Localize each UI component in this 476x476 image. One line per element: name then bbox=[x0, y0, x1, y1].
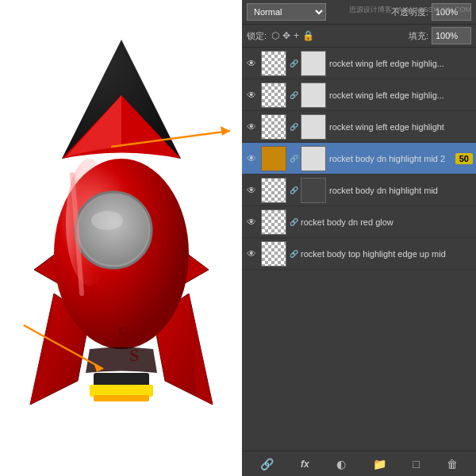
fill-row: 填充: bbox=[409, 27, 471, 44]
layer-row[interactable]: 👁🔗rocket wing left edge highlig... bbox=[242, 48, 476, 79]
layer-mask-thumbnail bbox=[301, 146, 326, 171]
blend-mode-select[interactable]: NormalDissolveMultiplyScreenOverlaySoft … bbox=[247, 3, 326, 21]
chain-icon: 🔗 bbox=[290, 60, 298, 67]
lock-icons: ⬡ ✥ + 🔒 bbox=[271, 30, 314, 41]
layer-name: rocket body dn highlight mid 2 bbox=[329, 154, 452, 163]
lock-lock-icon[interactable]: 🔒 bbox=[302, 30, 314, 41]
chain-icon: 🔗 bbox=[290, 91, 298, 99]
eye-icon[interactable]: 👁 bbox=[245, 121, 258, 132]
layer-mask-thumbnail bbox=[301, 178, 326, 203]
lock-pixel-icon[interactable]: ⬡ bbox=[271, 30, 279, 41]
layer-name: rocket wing left edge highlight bbox=[329, 122, 473, 132]
layer-mask-thumbnail bbox=[301, 51, 326, 76]
eye-icon[interactable]: 👁 bbox=[245, 185, 258, 196]
layer-thumbnail bbox=[261, 51, 286, 76]
chain-icon: 🔗 bbox=[290, 218, 298, 226]
eye-icon[interactable]: 👁 bbox=[245, 90, 258, 101]
layer-name: rocket body dn highlight mid bbox=[329, 186, 473, 195]
chain-icon: 🔗 bbox=[290, 155, 298, 163]
layer-row[interactable]: 👁🔗rocket body top highlight edge up mid bbox=[242, 238, 476, 270]
mask-icon[interactable]: □ bbox=[413, 458, 420, 470]
left-panel: S S bbox=[0, 0, 242, 476]
layer-thumbnail bbox=[261, 209, 286, 235]
eye-icon[interactable]: 👁 bbox=[245, 217, 258, 228]
layer-mask-thumbnail bbox=[301, 83, 326, 108]
layer-row[interactable]: 👁🔗rocket body dn highlight mid bbox=[242, 175, 476, 206]
delete-icon[interactable]: 🗑 bbox=[447, 458, 458, 470]
layer-row[interactable]: 👁🔗rocket wing left edge highlight bbox=[242, 111, 476, 143]
lock-row: 锁定: ⬡ ✥ + 🔒 填充: bbox=[242, 25, 476, 48]
fx-icon[interactable]: fx bbox=[301, 459, 309, 470]
fill-label: 填充: bbox=[409, 30, 428, 42]
layers-panel: NormalDissolveMultiplyScreenOverlaySoft … bbox=[242, 0, 476, 476]
lock-label: 锁定: bbox=[247, 30, 267, 42]
eye-icon[interactable]: 👁 bbox=[245, 248, 258, 259]
folder-icon[interactable]: 📁 bbox=[373, 458, 386, 470]
adjustment-icon[interactable]: ◐ bbox=[336, 458, 346, 470]
layer-row[interactable]: 👁🔗rocket body dn highlight mid 250 bbox=[242, 143, 476, 175]
chain-icon: 🔗 bbox=[290, 186, 298, 194]
svg-rect-7 bbox=[94, 395, 149, 401]
layer-name: rocket body top highlight edge up mid bbox=[301, 249, 473, 259]
layer-thumbnail bbox=[261, 114, 286, 140]
layer-mask-thumbnail bbox=[301, 114, 326, 140]
svg-text:S: S bbox=[129, 345, 139, 365]
fill-input[interactable] bbox=[432, 27, 471, 44]
eye-icon[interactable]: 👁 bbox=[245, 58, 258, 69]
watermark: 思源设计博客 WWW.MISSYUAN.COM bbox=[349, 5, 472, 15]
layer-opacity-badge: 50 bbox=[455, 153, 473, 164]
lock-move-icon[interactable]: ✥ bbox=[282, 30, 290, 41]
layers-toolbar: 🔗 fx ◐ 📁 □ 🗑 bbox=[242, 451, 476, 476]
eye-icon[interactable]: 👁 bbox=[245, 153, 258, 164]
lock-all-icon[interactable]: + bbox=[294, 30, 299, 41]
svg-point-3 bbox=[79, 195, 148, 265]
layer-name: rocket wing left edge highlig... bbox=[329, 90, 473, 100]
layer-row[interactable]: 👁🔗rocket wing left edge highlig... bbox=[242, 79, 476, 111]
layer-thumbnail bbox=[261, 83, 286, 108]
layer-thumbnail bbox=[261, 241, 286, 267]
rocket-illustration: S S bbox=[18, 16, 225, 460]
layer-name: rocket body dn red glow bbox=[301, 217, 473, 227]
link-icon[interactable]: 🔗 bbox=[260, 458, 274, 470]
layer-thumbnail bbox=[261, 178, 286, 203]
svg-point-4 bbox=[91, 211, 123, 230]
layer-row[interactable]: 👁🔗rocket body dn red glow bbox=[242, 206, 476, 238]
layers-list[interactable]: 👁🔗rocket wing left edge highlig...👁🔗rock… bbox=[242, 48, 476, 451]
chain-icon: 🔗 bbox=[290, 123, 298, 131]
layer-thumbnail bbox=[261, 146, 286, 171]
layer-name: rocket wing left edge highlig... bbox=[329, 59, 473, 68]
chain-icon: 🔗 bbox=[290, 250, 298, 258]
svg-text:S: S bbox=[117, 321, 130, 346]
svg-rect-6 bbox=[90, 385, 153, 397]
